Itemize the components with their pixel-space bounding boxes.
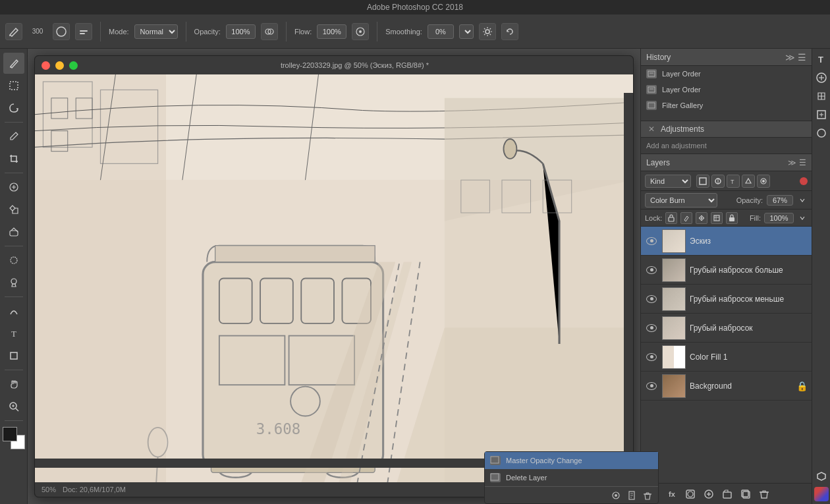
layer-name-4: Color Fill 1 [690, 352, 808, 362]
filter-pixel-btn[interactable] [696, 175, 709, 188]
clone-tool-button[interactable] [3, 199, 24, 220]
svg-rect-57 [714, 215, 719, 221]
flow-input[interactable] [317, 24, 346, 39]
history-bottom-item-0[interactable]: Master Opacity Change [485, 452, 658, 469]
layers-menu-icon[interactable]: ☰ [799, 158, 806, 167]
lock-paint-btn[interactable] [680, 212, 692, 224]
layer-visibility-0[interactable] [645, 235, 658, 248]
new-fill-btn[interactable] [702, 487, 716, 501]
reset-icon[interactable] [501, 23, 518, 40]
hb-delete-btn[interactable] [641, 489, 654, 502]
edge-icon-2[interactable] [814, 88, 829, 104]
history-item-2[interactable]: Filter Gallery [641, 98, 812, 113]
crop-tool-button[interactable] [3, 148, 24, 169]
filter-type-btn[interactable]: T [727, 175, 740, 188]
brush-tool-icon[interactable] [5, 23, 22, 40]
mode-label: Mode: [109, 28, 129, 36]
layer-visibility-5[interactable] [645, 379, 658, 393]
history-menu-icon[interactable]: ☰ [798, 52, 806, 63]
layer-visibility-2[interactable] [645, 293, 658, 306]
smoothing-select[interactable]: ▾ [459, 24, 474, 39]
foreground-color-swatch[interactable] [3, 427, 17, 441]
edge-icon-4[interactable] [814, 125, 829, 141]
history-item-1[interactable]: Layer Order [641, 82, 812, 98]
new-layer-btn[interactable] [738, 487, 753, 501]
lasso-tool-button[interactable] [3, 98, 24, 119]
layer-item-1[interactable]: Грубый набросок больше [641, 256, 812, 285]
dodge-tool-button[interactable] [3, 272, 24, 293]
opacity-dropdown-icon[interactable] [797, 195, 808, 206]
layer-filter-select[interactable]: Kind [645, 175, 691, 188]
fill-dropdown-icon[interactable] [797, 213, 808, 223]
main-layout: T trolley-2203329.jpg @ 50% (Эскиз, RGB/… [0, 49, 830, 504]
history-bottom-item-1[interactable]: Delete Layer [485, 469, 658, 486]
opacity-options-icon[interactable] [261, 23, 278, 40]
lock-all-btn[interactable] [726, 212, 738, 224]
eraser-tool-button[interactable] [3, 221, 24, 242]
opacity-input[interactable] [226, 24, 256, 39]
filter-adjust-btn[interactable] [711, 175, 725, 188]
window-close-button[interactable] [42, 61, 50, 70]
edge-icon-5[interactable] [814, 468, 829, 484]
layer-item-4[interactable]: Color Fill 1 [641, 343, 812, 372]
marquee-tool-button[interactable] [3, 75, 24, 96]
layer-visibility-1[interactable] [645, 264, 658, 277]
lock-pixels-btn[interactable] [665, 212, 677, 224]
blend-mode-select[interactable]: Color Burn [645, 193, 717, 208]
history-item-0[interactable]: Layer Order [641, 66, 812, 82]
brush-preview-icon[interactable] [53, 23, 70, 40]
smoothing-input[interactable] [428, 24, 454, 39]
layer-visibility-3[interactable] [645, 322, 658, 335]
new-group-btn[interactable] [720, 487, 734, 501]
svg-point-6 [359, 30, 362, 33]
hb-new-doc-btn[interactable] [625, 489, 638, 502]
adjustments-close[interactable]: ✕ [646, 124, 657, 134]
canvas-scrollbar-vertical[interactable] [624, 93, 633, 468]
history-icon-2 [646, 101, 657, 110]
window-minimize-button[interactable] [55, 61, 64, 70]
brush-options-icon[interactable] [75, 23, 92, 40]
blur-tool-button[interactable] [3, 250, 24, 271]
layer-item-2[interactable]: Грубый набросок меньше [641, 285, 812, 314]
hb-new-snapshot-btn[interactable] [609, 489, 622, 502]
window-maximize-button[interactable] [69, 61, 78, 70]
canvas-content[interactable]: 3.608 [35, 74, 633, 482]
layers-expand-icon[interactable]: ≫ [788, 158, 796, 167]
settings-icon[interactable] [479, 23, 496, 40]
lock-move-btn[interactable] [696, 212, 707, 224]
adjustments-header: ✕ Adjustments [641, 121, 812, 138]
brush-tool-button[interactable] [3, 53, 24, 74]
layers-header: Layers ≫ ☰ [641, 154, 812, 171]
delete-layer-btn[interactable] [757, 487, 771, 501]
mode-select[interactable]: Normal [134, 24, 178, 39]
layer-item-0[interactable]: Эскиз [641, 227, 812, 256]
edge-icon-1[interactable] [814, 70, 829, 86]
eyedropper-tool-button[interactable] [3, 126, 24, 147]
shape-tool-button[interactable] [3, 345, 24, 366]
layer-item-3[interactable]: Грубый набросок [641, 314, 812, 343]
edge-icon-0[interactable]: T [814, 51, 829, 67]
fill-value[interactable]: 100% [764, 213, 794, 223]
edge-icon-3[interactable] [814, 107, 829, 123]
history-expand-icon[interactable]: ≫ [785, 52, 795, 63]
text-tool-button[interactable]: T [3, 323, 24, 344]
airbrush-icon[interactable] [352, 23, 369, 40]
opacity-value[interactable]: 67% [767, 195, 793, 206]
edge-icon-color[interactable] [814, 487, 829, 501]
zoom-tool-button[interactable] [3, 396, 24, 417]
layer-visibility-4[interactable] [645, 350, 658, 364]
filter-smart-btn[interactable] [757, 175, 770, 188]
svg-text:T: T [818, 55, 823, 65]
color-swatches[interactable] [3, 427, 25, 449]
svg-rect-45 [648, 71, 655, 76]
layer-fx-btn[interactable]: fx [665, 487, 679, 501]
layer-item-5[interactable]: Background 🔒 [641, 372, 812, 401]
path-tool-button[interactable] [3, 300, 24, 322]
add-mask-btn[interactable] [683, 487, 698, 501]
hand-tool-button[interactable] [3, 374, 24, 395]
lock-label: Lock: [645, 214, 662, 222]
filter-shape-btn[interactable] [742, 175, 755, 188]
lock-artboard-btn[interactable] [711, 212, 723, 224]
healing-tool-button[interactable] [3, 177, 24, 198]
svg-rect-2 [80, 33, 85, 34]
